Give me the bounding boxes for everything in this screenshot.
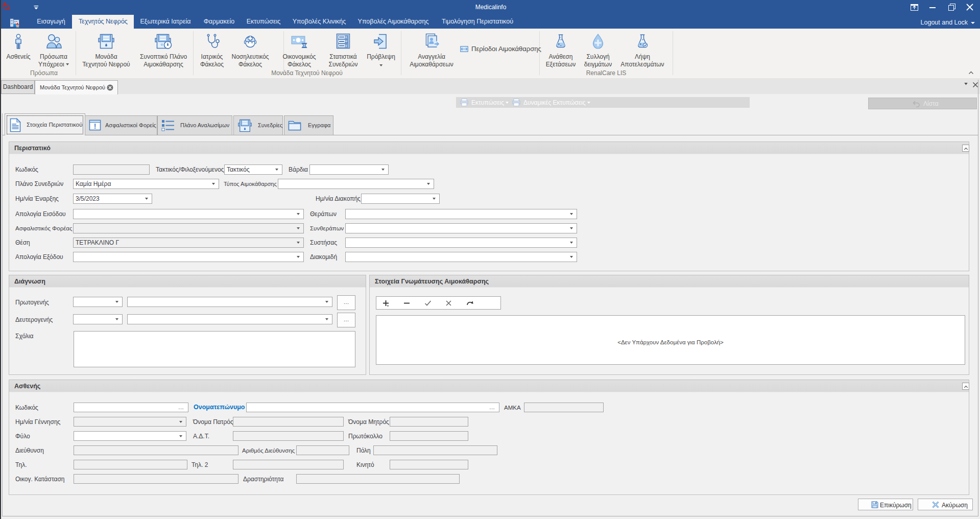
- svg-text:!: !: [94, 122, 97, 130]
